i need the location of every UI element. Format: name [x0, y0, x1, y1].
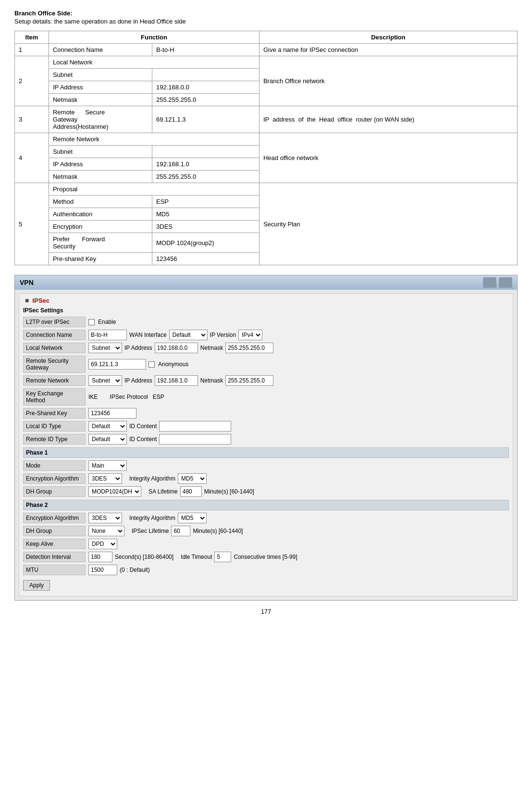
- remote-id-label: Remote ID Type: [23, 434, 86, 444]
- dh-group2-field[interactable]: None IPSec Lifetime Minute(s) [60-1440]: [88, 526, 243, 536]
- func-subnet-value: [152, 69, 260, 81]
- enc-algo2-select[interactable]: 3DES: [88, 513, 122, 523]
- mtu-note: (0 : Default): [120, 567, 150, 573]
- func-enc-label: Encryption: [49, 221, 152, 233]
- key-exchange-row: Key Exchange Method IKE IPSec Protocol E…: [23, 388, 509, 406]
- keep-alive-select[interactable]: DPD: [88, 539, 117, 549]
- local-id-field[interactable]: Default ID Content: [88, 421, 231, 432]
- func-proposal-title: Proposal: [49, 183, 259, 196]
- remote-gw-input[interactable]: [88, 359, 146, 370]
- dh-group-row: DH Group MODP1024(DH2) SA Lifetime Minut…: [23, 486, 509, 497]
- func-local-net-title: Local Network: [49, 56, 259, 69]
- remote-id-field[interactable]: Default ID Content: [88, 434, 231, 444]
- integrity-label: Integrity Algorithm: [129, 475, 175, 482]
- integrity2-label: Integrity Algorithm: [129, 515, 175, 521]
- integrity-select[interactable]: MD5: [178, 473, 207, 484]
- mtu-row: MTU (0 : Default): [23, 565, 509, 575]
- integrity2-select[interactable]: MD5: [178, 513, 207, 523]
- desc-3: IP address of the Head office router (on…: [259, 106, 517, 133]
- psk-row: Pre-Shared Key: [23, 408, 509, 419]
- mtu-input[interactable]: [88, 565, 117, 575]
- key-exchange-field: IKE IPSec Protocol ESP: [88, 394, 164, 400]
- anonymous-checkbox[interactable]: [148, 361, 155, 368]
- func-auth-value: MD5: [152, 208, 260, 221]
- remote-ip-input[interactable]: [155, 375, 198, 386]
- local-net-field[interactable]: Subnet IP Address Netmask: [88, 343, 273, 353]
- branch-title: Branch Office Side:: [14, 10, 518, 17]
- l2tp-checkbox[interactable]: [88, 319, 95, 325]
- remote-subnet-select[interactable]: Subnet: [88, 375, 122, 386]
- func-method-value: ESP: [152, 196, 260, 208]
- wan-iface-select[interactable]: Default: [169, 330, 208, 340]
- enc-algo-field[interactable]: 3DES Integrity Algorithm MD5: [88, 473, 207, 484]
- ipsec-lifetime-input[interactable]: [171, 526, 190, 536]
- phase1-title: Phase 1: [23, 447, 509, 458]
- sa-lifetime-unit: Minute(s) [60-1440]: [204, 488, 254, 495]
- table-row: 3 Remote SecureGatewayAddress(Hostanme) …: [15, 106, 518, 133]
- local-id-content-input[interactable]: [159, 421, 231, 432]
- enc-algo2-label: Encryption Algorithm: [23, 513, 86, 523]
- local-ip-input[interactable]: [155, 343, 198, 353]
- page-number: 177: [14, 608, 518, 615]
- remote-gw-field[interactable]: Anonymous: [88, 359, 188, 370]
- detection-input[interactable]: [88, 552, 112, 562]
- detection-label: Detection Interval: [23, 552, 86, 562]
- conn-name-label: Connection Name: [23, 330, 86, 340]
- conn-name-input[interactable]: [88, 330, 127, 340]
- remote-gw-row: Remote Security Gateway Anonymous: [23, 356, 509, 373]
- enc-algo2-field[interactable]: 3DES Integrity Algorithm MD5: [88, 513, 207, 523]
- func-pfs-label: Prefer ForwardSecurity: [49, 233, 152, 253]
- mtu-label: MTU: [23, 565, 86, 575]
- dh-group-field[interactable]: MODP1024(DH2) SA Lifetime Minute(s) [60-…: [88, 486, 254, 497]
- table-row: 2 Local Network Branch Office network: [15, 56, 518, 69]
- dh-group-select[interactable]: MODP1024(DH2): [88, 486, 141, 497]
- dh-group2-select[interactable]: None: [88, 526, 124, 536]
- remote-net-field[interactable]: Subnet IP Address Netmask: [88, 375, 273, 386]
- keep-alive-label: Keep Alive: [23, 539, 86, 549]
- local-subnet-select[interactable]: Subnet: [88, 343, 122, 353]
- local-id-label: Local ID Type: [23, 421, 86, 432]
- remote-netmask-label: Netmask: [200, 377, 223, 384]
- mode-select[interactable]: Main: [88, 460, 127, 471]
- sa-lifetime-input[interactable]: [180, 486, 202, 497]
- ipsec-proto-value: ESP: [153, 394, 164, 400]
- idle-timeout-label: Idle Timeout: [181, 554, 212, 560]
- keep-alive-field[interactable]: DPD: [88, 539, 117, 549]
- keep-alive-row: Keep Alive DPD: [23, 539, 509, 549]
- remote-net-label: Remote Network: [23, 375, 86, 386]
- psk-field[interactable]: [88, 408, 136, 419]
- remote-id-content-label: ID Content: [129, 436, 157, 443]
- mtu-field[interactable]: (0 : Default): [88, 565, 150, 575]
- local-net-row: Local Network Subnet IP Address Netmask: [23, 343, 509, 353]
- ip-version-select[interactable]: IPv4: [238, 330, 262, 340]
- func-remote-subnet-value: [152, 146, 260, 158]
- detection-field[interactable]: Second(s) [180-86400] Idle Timeout Conse…: [88, 552, 297, 562]
- apply-button[interactable]: Apply: [23, 580, 50, 591]
- dh-group2-label: DH Group: [23, 526, 86, 536]
- idle-timeout-input[interactable]: [214, 552, 231, 562]
- col-function: Function: [49, 31, 259, 44]
- enc-algo-label: Encryption Algorithm: [23, 473, 86, 484]
- psk-input[interactable]: [88, 408, 136, 419]
- desc-1: Give a name for IPSec connection: [259, 44, 517, 56]
- func-ip-label: IP Address: [49, 81, 152, 94]
- enc-algo-select[interactable]: 3DES: [88, 473, 122, 484]
- conn-name-field[interactable]: WAN Interface Default IP Version IPv4: [88, 330, 262, 340]
- remote-id-select[interactable]: Default: [88, 434, 127, 444]
- remote-id-content-input[interactable]: [159, 434, 231, 444]
- remote-netmask-input[interactable]: [225, 375, 273, 386]
- local-id-select[interactable]: Default: [88, 421, 127, 432]
- local-id-row: Local ID Type Default ID Content: [23, 421, 509, 432]
- vpn-header-icons: [483, 277, 512, 288]
- local-netmask-input[interactable]: [225, 343, 273, 353]
- ipsec-lifetime-label: IPSec Lifetime: [132, 528, 169, 534]
- enc-algo2-row: Encryption Algorithm 3DES Integrity Algo…: [23, 513, 509, 523]
- detection-row: Detection Interval Second(s) [180-86400]…: [23, 552, 509, 562]
- item-5: 5: [15, 183, 49, 265]
- ipsec-proto-label: IPSec Protocol: [110, 394, 148, 400]
- settings-title: IPSec Settings: [23, 307, 509, 314]
- local-net-label: Local Network: [23, 343, 86, 353]
- mode-field[interactable]: Main: [88, 460, 127, 471]
- table-row: 1 Connection Name B-to-H Give a name for…: [15, 44, 518, 56]
- conn-name-row: Connection Name WAN Interface Default IP…: [23, 330, 509, 340]
